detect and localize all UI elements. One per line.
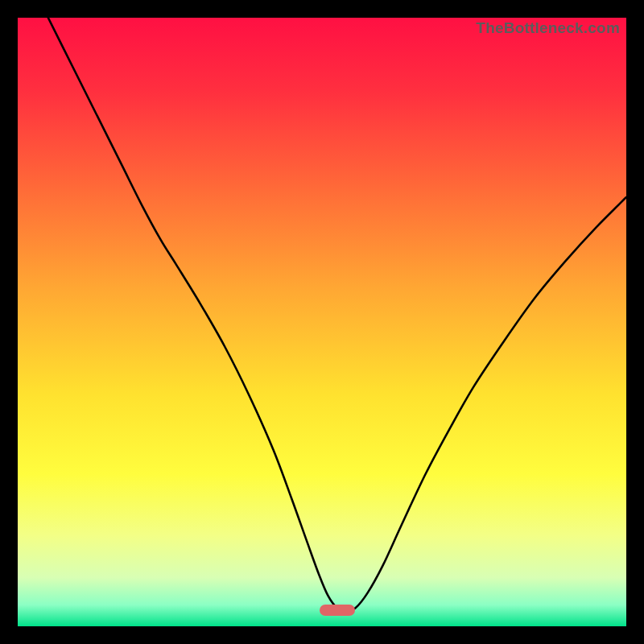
plot-area: TheBottleneck.com bbox=[18, 18, 626, 626]
chart-frame: TheBottleneck.com bbox=[0, 0, 644, 644]
optimal-point-marker bbox=[320, 605, 355, 616]
bottleneck-curve bbox=[18, 18, 626, 626]
